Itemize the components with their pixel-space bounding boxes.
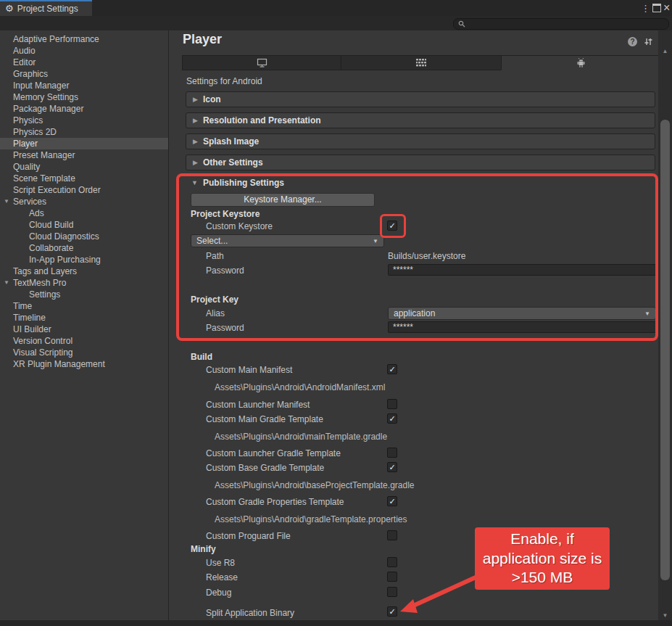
section-publishing-settings[interactable]: Publishing Settings	[203, 178, 284, 188]
sidebar-item-visual-scripting[interactable]: Visual Scripting	[0, 347, 168, 358]
window-menu-button[interactable]: ⋮	[641, 0, 650, 16]
main-gradle-template-path: Assets\Plugins\Android\mainTemplate.grad…	[215, 432, 387, 442]
key-password-field[interactable]: ******	[388, 321, 656, 333]
project-settings-window: ⚙ Project Settings ⋮ × Adaptive Performa…	[0, 0, 672, 626]
sidebar-item-version-control[interactable]: Version Control	[0, 335, 168, 347]
close-icon: ×	[663, 1, 670, 15]
title-bar: ⚙ Project Settings ⋮ ×	[0, 0, 672, 16]
key-password-label: Password	[206, 323, 244, 334]
sidebar-item-memory-settings[interactable]: Memory Settings	[0, 91, 168, 103]
use-r8-label: Use R8	[206, 558, 235, 569]
minify-group-label: Minify	[191, 544, 216, 555]
sidebar-item-player[interactable]: Player	[0, 138, 168, 149]
sidebar-item-label: TextMesh Pro	[13, 278, 66, 288]
sidebar-item-in-app-purchasing[interactable]: In-App Purchasing	[0, 254, 168, 265]
tab-android-platform[interactable]	[501, 55, 660, 70]
close-button[interactable]: ×	[663, 0, 670, 16]
sidebar-item-quality[interactable]: Quality	[0, 161, 168, 173]
custom-main-gradle-template-label: Custom Main Gradle Template	[206, 414, 323, 425]
dropdown-value: application	[394, 308, 644, 318]
project-keystore-group-label: Project Keystore	[191, 209, 260, 220]
sidebar-item-preset-manager[interactable]: Preset Manager	[0, 149, 168, 161]
split-application-binary-label: Split Application Binary	[206, 608, 294, 619]
main-manifest-path: Assets\Plugins\Android\AndroidManifest.x…	[215, 382, 385, 393]
search-icon	[458, 20, 465, 28]
scroll-down-icon[interactable]: ▼	[660, 612, 670, 619]
custom-keystore-checkbox[interactable]: ✓	[387, 221, 397, 231]
foldout-closed-icon: ▶	[193, 117, 198, 124]
sidebar-item-scene-template[interactable]: Scene Template	[0, 173, 168, 184]
custom-main-manifest-checkbox[interactable]: ✓	[387, 364, 397, 374]
foldout-open-icon: ▼	[4, 277, 9, 289]
chevron-down-icon: ▼	[373, 238, 378, 244]
keystore-password-field[interactable]: ******	[388, 264, 656, 276]
sidebar-item-tags-and-layers[interactable]: Tags and Layers	[0, 265, 168, 277]
tab-dedicated-server-platform[interactable]	[341, 55, 502, 70]
section-label: Other Settings	[203, 157, 263, 168]
scrollbar-thumb[interactable]	[660, 120, 670, 580]
sidebar-item-services[interactable]: ▼ Services	[0, 196, 168, 207]
path-value: Builds/user.keystore	[388, 251, 465, 262]
sidebar-item-timeline[interactable]: Timeline	[0, 312, 168, 324]
sidebar-item-cloud-build[interactable]: Cloud Build	[0, 219, 168, 231]
custom-gradle-properties-template-checkbox[interactable]: ✓	[387, 496, 397, 506]
sidebar-item-collaborate[interactable]: Collaborate	[0, 242, 168, 254]
section-other-settings[interactable]: ▶ Other Settings	[186, 155, 655, 170]
sidebar-item-package-manager[interactable]: Package Manager	[0, 103, 168, 115]
foldout-open-icon[interactable]: ▼	[191, 179, 198, 186]
sidebar-item-time[interactable]: Time	[0, 300, 168, 312]
custom-proguard-file-checkbox[interactable]	[387, 530, 397, 540]
sidebar-item-cloud-diagnostics[interactable]: Cloud Diagnostics	[0, 231, 168, 242]
chevron-down-icon: ▼	[644, 310, 650, 317]
custom-proguard-file-label: Custom Proguard File	[206, 531, 291, 542]
sidebar-item-script-execution-order[interactable]: Script Execution Order	[0, 184, 168, 196]
window-title: Project Settings	[17, 4, 78, 14]
alias-dropdown[interactable]: application ▼	[388, 307, 656, 320]
kebab-icon: ⋮	[641, 3, 650, 14]
sidebar-item-xr-plugin-management[interactable]: XR Plugin Management	[0, 358, 168, 370]
custom-launcher-gradle-template-label: Custom Launcher Gradle Template	[206, 448, 341, 459]
sidebar-item-physics[interactable]: Physics	[0, 115, 168, 126]
custom-base-gradle-template-checkbox[interactable]: ✓	[387, 462, 397, 472]
sidebar-item-editor[interactable]: Editor	[0, 57, 168, 68]
keystore-select-dropdown[interactable]: Select... ▼	[191, 234, 384, 247]
search-input[interactable]	[453, 18, 669, 30]
release-label: Release	[206, 572, 238, 583]
presets-icon[interactable]	[644, 37, 653, 46]
sidebar-item-ads[interactable]: Ads	[0, 207, 168, 219]
custom-gradle-properties-template-label: Custom Gradle Properties Template	[206, 497, 344, 508]
sidebar-item-input-manager[interactable]: Input Manager	[0, 80, 168, 91]
keystore-manager-button[interactable]: Keystore Manager...	[191, 193, 375, 207]
custom-launcher-manifest-label: Custom Launcher Manifest	[206, 400, 310, 411]
maximize-icon	[652, 4, 661, 12]
annotation-callout: Enable, if application size is >150 MB	[475, 527, 610, 590]
foldout-open-icon: ▼	[4, 196, 9, 207]
custom-keystore-label: Custom Keystore	[206, 221, 273, 232]
use-r8-checkbox[interactable]	[387, 557, 397, 567]
sidebar-item-textmesh-pro[interactable]: ▼ TextMesh Pro	[0, 277, 168, 289]
project-settings-tab[interactable]: ⚙ Project Settings	[0, 0, 92, 16]
help-icon[interactable]: ?	[628, 37, 637, 46]
section-label: Resolution and Presentation	[203, 115, 321, 125]
section-resolution-and-presentation[interactable]: ▶ Resolution and Presentation	[186, 112, 655, 128]
debug-label: Debug	[206, 588, 231, 598]
gradle-properties-template-path: Assets\Plugins\Android\gradleTemplate.pr…	[215, 514, 407, 525]
custom-main-gradle-template-checkbox[interactable]: ✓	[387, 413, 397, 424]
custom-launcher-gradle-template-checkbox[interactable]	[387, 448, 397, 458]
maximize-button[interactable]	[652, 0, 661, 16]
section-icon[interactable]: ▶ Icon	[186, 91, 655, 107]
tab-desktop-platform[interactable]	[182, 55, 341, 70]
sidebar-item-adaptive-performance[interactable]: Adaptive Performance	[0, 33, 168, 45]
sidebar-item-physics-2d[interactable]: Physics 2D	[0, 126, 168, 138]
sidebar-item-audio[interactable]: Audio	[0, 45, 168, 57]
settings-category-list: Adaptive Performance Audio Editor Graphi…	[0, 30, 169, 620]
path-label: Path	[206, 251, 224, 262]
section-splash-image[interactable]: ▶ Splash Image	[186, 133, 655, 149]
section-label: Icon	[203, 94, 221, 104]
sidebar-item-ui-builder[interactable]: UI Builder	[0, 324, 168, 335]
window-bottom-edge	[0, 620, 672, 626]
custom-launcher-manifest-checkbox[interactable]	[387, 399, 397, 409]
sidebar-item-tmp-settings[interactable]: Settings	[0, 289, 168, 300]
sidebar-item-graphics[interactable]: Graphics	[0, 68, 168, 80]
scroll-up-icon[interactable]: ▲	[660, 48, 670, 54]
